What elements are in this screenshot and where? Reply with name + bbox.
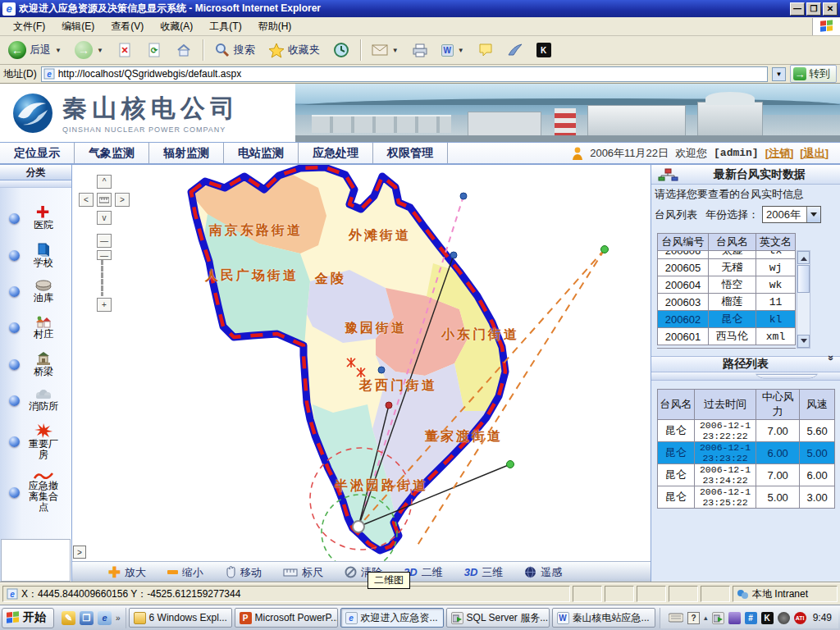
sidebar-item-key-plant[interactable]: 重要厂房 [0,423,71,460]
tray-collapse-chevron[interactable]: ▴ [704,614,708,622]
menu-file[interactable]: 文件(F) [5,17,53,36]
path-point-blue[interactable] [378,367,385,373]
favorites-button[interactable]: 收藏夹 [263,39,325,62]
year-select[interactable]: 2006年 [762,206,821,223]
path-point-blue[interactable] [460,193,467,199]
refresh-button[interactable]: ⟳ [141,39,167,62]
zoom-in-tool[interactable]: ✚放大 [108,565,146,580]
menu-edit[interactable]: 编辑(E) [53,17,103,36]
zoom-slider-minus[interactable]: — [97,250,112,260]
messenger-button[interactable] [502,39,528,62]
go-button[interactable]: → 转到 [790,65,837,83]
task-word-doc[interactable]: W 秦山核电站应急... [552,608,655,628]
typhoon-row-selected[interactable]: 200602昆仑kl [658,311,796,328]
panel-splitter[interactable] [651,372,840,381]
menu-view[interactable]: 查看(V) [103,17,152,36]
quicklaunch-pen-icon[interactable]: ✎ [62,611,75,625]
path-point-green[interactable] [601,246,609,253]
help-tray-icon[interactable]: ? [687,612,700,624]
tab-station-monitor[interactable]: 电站监测 [224,143,299,163]
pan-down-button[interactable]: v [97,211,112,225]
search-button[interactable]: 搜索 [209,39,260,62]
task-windows-explorer-group[interactable]: 6 Windows Expl...▼ [129,608,232,628]
path-row[interactable]: 昆仑2006-12-1 23:25:225.003.00 [658,486,835,509]
restore-button[interactable]: ❐ [806,2,821,16]
minimize-button[interactable]: — [790,2,805,16]
tray-ati-icon[interactable]: ATI [794,612,806,624]
menu-tools[interactable]: 工具(T) [201,17,249,36]
pan-left-button[interactable]: < [79,193,94,207]
plugin-button[interactable]: K [532,39,556,61]
ie-quicklaunch-icon[interactable]: e [98,611,112,625]
typhoon-row[interactable]: 200604悟空wk [658,276,796,294]
path-list-header[interactable]: 路径列表 » [651,356,840,372]
history-button[interactable] [328,39,354,62]
sidebar-item-oil-depot[interactable]: 油库 [0,280,71,304]
sidebar-item-village[interactable]: 村庄 [0,315,71,340]
logout-link[interactable]: [注销] [765,146,794,161]
close-button[interactable]: ✕ [823,2,838,16]
view-3d-tool[interactable]: 3D三维 [464,565,504,580]
splitter-grip[interactable] [755,374,818,379]
quicklaunch-overflow-chevron[interactable]: » [116,614,121,623]
typhoon-table-scrollbar[interactable] [797,250,810,349]
expand-panel-button[interactable]: > [73,546,86,559]
tab-emergency-handling[interactable]: 应急处理 [299,143,373,163]
tab-weather-monitor[interactable]: 气象监测 [75,143,149,163]
zoom-slider-plus[interactable]: + [97,298,112,312]
typhoon-row[interactable]: 200605无稽wj [658,259,796,276]
path-row[interactable]: 昆仑2006-12-1 23:22:227.005.60 [658,420,835,442]
start-button[interactable]: 开始 [2,608,54,628]
home-button[interactable] [171,39,197,62]
address-input[interactable]: e http://localhost/QSgridwebgis/default.… [41,66,768,82]
task-sql-server[interactable]: SQL Server 服务... [446,608,550,628]
typhoon-center-point[interactable] [353,521,364,532]
pan-center-button[interactable] [97,193,112,207]
pan-up-button[interactable]: ^ [97,175,112,189]
print-button[interactable] [407,39,433,62]
tray-grid-icon[interactable]: # [745,612,757,624]
typhoon-row[interactable]: 200601西马伦xml [658,328,796,345]
mail-button[interactable]: ▼ [367,39,404,62]
task-powerpoint[interactable]: P Microsoft PowerP... [235,608,338,628]
menu-help[interactable]: 帮助(H) [250,17,300,36]
show-desktop-icon[interactable]: ❐ [80,611,94,625]
typhoon-row[interactable]: 200606太虚tx [658,251,796,259]
address-dropdown-button[interactable]: ▼ [772,67,786,81]
back-button[interactable]: ← 后退▼ [3,38,66,62]
remote-sensing-tool[interactable]: 遥感 [524,565,562,580]
path-point-blue[interactable] [450,252,457,258]
pan-right-button[interactable]: > [115,193,130,207]
year-dropdown-button[interactable] [806,207,820,222]
sidebar-item-fire-station[interactable]: 消防所 [0,389,71,412]
zoom-slider-track[interactable] [101,260,103,296]
zoom-out-small-button[interactable]: — [97,234,112,248]
tray-sql-icon[interactable] [712,612,724,624]
sidebar-item-school[interactable]: 学校 [0,242,71,268]
typhoon-row[interactable]: 200603榴莲11 [658,294,796,311]
sidebar-item-assembly-point[interactable]: 应急撤离集合点 [0,472,71,513]
discuss-button[interactable] [472,39,499,62]
pan-tool[interactable]: 移动 [225,565,262,580]
sidebar-item-bridge[interactable]: 桥梁 [0,351,71,377]
map-canvas[interactable] [72,165,651,562]
path-row-selected[interactable]: 昆仑2006-12-1 23:23:226.005.00 [658,442,835,464]
sidebar-item-hospital[interactable]: 医院 [0,206,71,231]
tab-permission-mgmt[interactable]: 权限管理 [373,143,448,163]
scroll-down-button[interactable] [797,335,810,348]
ruler-tool[interactable]: 标尺 [283,565,323,580]
collapse-chevron-icon[interactable]: » [825,355,837,373]
forward-button[interactable]: →▼ [70,38,108,62]
tray-display-icon[interactable] [728,612,741,624]
menu-favorites[interactable]: 收藏(A) [152,17,201,36]
tray-kaspersky-icon[interactable]: K [761,612,774,624]
scroll-thumb[interactable] [797,265,810,293]
path-row[interactable]: 昆仑2006-12-1 23:24:227.006.00 [658,464,835,486]
tab-radiation-monitor[interactable]: 辐射监测 [149,143,224,163]
path-point-red[interactable] [386,402,392,409]
keyboard-tray-icon[interactable] [669,613,683,623]
stop-button[interactable]: ✕ [112,39,138,62]
exit-link[interactable]: [退出] [800,146,829,161]
edit-word-button[interactable]: W▼ [436,41,469,60]
scroll-up-button[interactable] [797,251,810,264]
